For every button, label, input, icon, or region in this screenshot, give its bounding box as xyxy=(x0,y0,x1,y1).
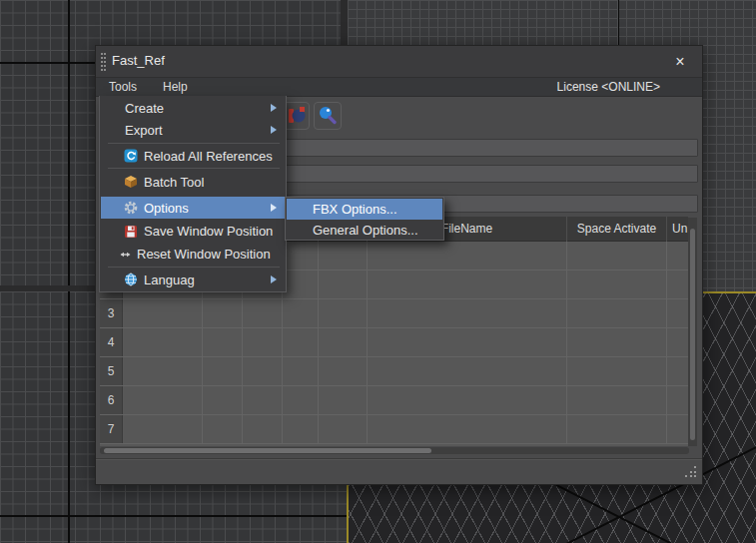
menu-item-options[interactable]: Options xyxy=(101,197,285,219)
menu-item-label: Options xyxy=(144,201,189,216)
menu-item-reset-window-position[interactable]: Reset Window Position xyxy=(101,243,285,266)
box-icon xyxy=(124,175,138,189)
table-row[interactable]: 6 xyxy=(100,386,688,415)
reload-icon xyxy=(124,149,138,163)
menu-separator xyxy=(108,168,280,169)
drag-handle-icon[interactable] xyxy=(101,53,106,71)
title-bar[interactable]: Fast_Ref × xyxy=(96,46,702,78)
menu-help[interactable]: Help xyxy=(150,78,201,97)
column-header-un[interactable]: Un xyxy=(667,217,688,242)
resize-grip[interactable] xyxy=(685,466,696,477)
tools-menu-panel: Create Export Reload All References Batc… xyxy=(99,96,287,292)
menu-item-create[interactable]: Create xyxy=(101,97,285,119)
row-number: 7 xyxy=(100,415,123,443)
menu-item-label: Reset Window Position xyxy=(137,247,271,262)
menu-bar: Tools Help License <ONLINE> xyxy=(96,78,702,97)
horizontal-scrollbar[interactable] xyxy=(100,447,689,454)
submenu-arrow-icon xyxy=(271,275,277,283)
menu-tools[interactable]: Tools xyxy=(96,78,150,97)
options-submenu-panel: FBX Options... General Options... xyxy=(285,197,444,241)
menu-separator xyxy=(108,267,280,268)
toolbar-search-button[interactable] xyxy=(314,102,342,130)
row-number: 4 xyxy=(100,328,123,356)
magnifier-icon xyxy=(315,103,341,129)
grid-axis xyxy=(68,0,70,291)
menu-item-batch-tool[interactable]: Batch Tool xyxy=(101,170,285,194)
row-number: 5 xyxy=(100,357,123,385)
table-row[interactable]: 5 xyxy=(100,357,688,386)
menu-item-save-window-position[interactable]: Save Window Position xyxy=(101,220,285,243)
divider xyxy=(96,458,702,460)
submenu-arrow-icon xyxy=(271,126,277,134)
gear-icon xyxy=(124,201,138,215)
row-number: 6 xyxy=(100,386,123,414)
menu-item-languag[interactable]: Languag xyxy=(101,269,285,290)
submenu-item-general-options[interactable]: General Options... xyxy=(287,220,442,241)
screen: Fast_Ref × Tools Help License <ONLINE> xyxy=(0,0,756,543)
floppy-icon xyxy=(124,225,138,239)
table-row[interactable]: 4 xyxy=(100,328,688,357)
window-title: Fast_Ref xyxy=(112,53,165,68)
table-row[interactable]: 3 xyxy=(100,299,688,328)
submenu-arrow-icon xyxy=(271,204,277,212)
submenu-arrow-icon xyxy=(271,104,277,112)
grid-axis xyxy=(0,515,347,517)
globe-icon xyxy=(124,272,138,286)
menu-separator xyxy=(108,143,280,144)
vertical-scrollbar[interactable] xyxy=(688,218,697,446)
menu-item-label: Export xyxy=(125,123,163,138)
column-header-space-activate[interactable]: Space Activate xyxy=(567,217,667,242)
menu-item-label: Reload All References xyxy=(144,149,273,164)
license-status: License <ONLINE> xyxy=(557,78,660,97)
grid-axis xyxy=(68,291,70,543)
reset-arrow-icon xyxy=(120,248,131,262)
vertical-scrollbar-thumb[interactable] xyxy=(690,229,695,440)
table-row[interactable]: 7 xyxy=(100,415,688,444)
horizontal-scrollbar-thumb[interactable] xyxy=(104,448,431,453)
menu-item-label: Save Window Position xyxy=(144,224,273,239)
row-number: 3 xyxy=(100,299,123,327)
menu-item-reload-all-references[interactable]: Reload All References xyxy=(101,145,285,167)
menu-item-export[interactable]: Export xyxy=(101,119,285,141)
close-icon[interactable]: × xyxy=(670,52,690,72)
menu-item-label: Languag xyxy=(144,272,195,287)
menu-item-label: Create xyxy=(125,101,164,116)
submenu-item-fbx-options[interactable]: FBX Options... xyxy=(287,199,442,220)
menu-item-label: Batch Tool xyxy=(144,175,204,190)
